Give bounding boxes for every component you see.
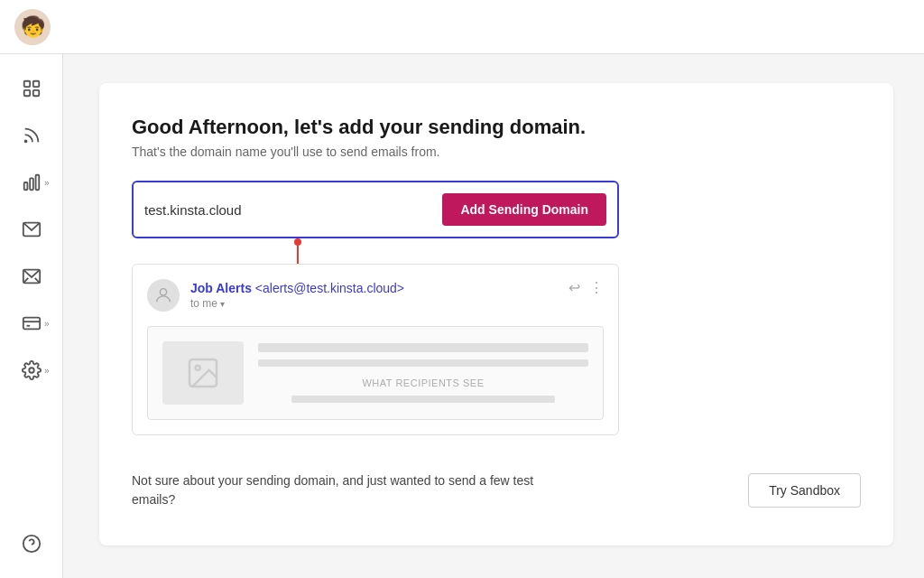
- connector-dot: [294, 238, 301, 246]
- add-domain-button[interactable]: Add Sending Domain: [442, 193, 606, 226]
- avatar[interactable]: 🧒: [14, 9, 51, 45]
- email-from: Job Alerts <alerts@test.kinsta.cloud> to…: [147, 279, 404, 312]
- svg-rect-6: [30, 178, 33, 190]
- email-preview-card: Job Alerts <alerts@test.kinsta.cloud> to…: [132, 264, 619, 435]
- connector-line: [297, 246, 299, 264]
- card-title: Good Afternoon, let's add your sending d…: [132, 116, 861, 139]
- svg-point-13: [29, 368, 34, 373]
- svg-point-4: [24, 141, 26, 143]
- sidebar-item-billing[interactable]: »: [10, 303, 53, 343]
- sidebar-item-help[interactable]: [10, 524, 53, 564]
- svg-rect-7: [35, 175, 39, 191]
- email-to-line: to me ▾: [190, 297, 404, 310]
- sender-email: <alerts@test.kinsta.cloud>: [255, 281, 404, 295]
- email-body-preview: WHAT RECIPIENTS SEE: [147, 326, 604, 420]
- domain-input-box: Add Sending Domain: [132, 181, 619, 238]
- main-content: Good Afternoon, let's add your sending d…: [63, 54, 924, 578]
- sidebar-item-rss[interactable]: [10, 116, 53, 155]
- sidebar-item-settings[interactable]: »: [10, 350, 53, 390]
- main-card: Good Afternoon, let's add your sending d…: [99, 83, 893, 545]
- svg-rect-10: [23, 318, 39, 330]
- more-options-icon[interactable]: ⋮: [589, 279, 604, 296]
- svg-point-18: [196, 366, 200, 370]
- top-bar: 🧒: [0, 0, 924, 54]
- svg-rect-5: [23, 182, 27, 190]
- image-placeholder: [162, 341, 244, 405]
- what-recipients-label: WHAT RECIPIENTS SEE: [362, 378, 484, 388]
- svg-rect-0: [23, 81, 29, 87]
- sidebar: » » »: [0, 54, 63, 578]
- sidebar-item-mail[interactable]: [10, 210, 53, 249]
- bottom-section: Not sure about your sending domain, and …: [132, 464, 861, 509]
- chevron-icon: »: [44, 366, 50, 376]
- reply-icon[interactable]: ↩: [568, 279, 580, 296]
- card-subtitle: That's the domain name you'll use to sen…: [132, 144, 861, 159]
- svg-rect-2: [23, 90, 29, 96]
- sender-name: Job Alerts: [190, 281, 252, 295]
- chevron-icon: »: [44, 178, 50, 188]
- email-sender-info: Job Alerts <alerts@test.kinsta.cloud> to…: [190, 281, 404, 310]
- email-actions: ↩ ⋮: [568, 279, 604, 296]
- try-sandbox-button[interactable]: Try Sandbox: [748, 473, 861, 508]
- chevron-icon: »: [44, 319, 50, 329]
- sandbox-description: Not sure about your sending domain, and …: [132, 471, 565, 509]
- content-line-2: [258, 359, 588, 367]
- email-avatar-icon: [147, 279, 180, 312]
- sidebar-item-analytics[interactable]: »: [10, 163, 53, 202]
- sidebar-item-letter[interactable]: [10, 256, 53, 296]
- sidebar-bottom: [10, 524, 53, 578]
- domain-input[interactable]: [144, 202, 431, 218]
- content-line-3: [291, 396, 556, 403]
- email-body-lines: WHAT RECIPIENTS SEE: [258, 343, 588, 403]
- connector: [132, 238, 619, 264]
- chevron-down-icon: ▾: [220, 299, 225, 309]
- svg-rect-1: [32, 81, 38, 87]
- svg-rect-3: [32, 90, 38, 96]
- svg-point-16: [160, 289, 166, 295]
- sidebar-item-dashboard[interactable]: [10, 69, 53, 108]
- email-sender-line: Job Alerts <alerts@test.kinsta.cloud>: [190, 281, 404, 295]
- content-line-1: [258, 343, 588, 352]
- email-header: Job Alerts <alerts@test.kinsta.cloud> to…: [147, 279, 604, 312]
